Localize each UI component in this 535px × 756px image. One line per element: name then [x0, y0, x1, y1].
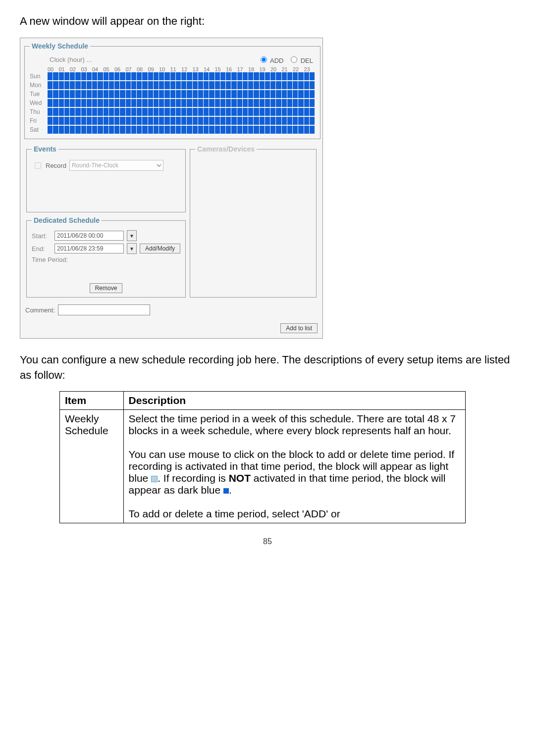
- schedule-block[interactable]: [293, 99, 298, 107]
- schedule-block[interactable]: [92, 117, 97, 125]
- schedule-block[interactable]: [59, 108, 64, 116]
- schedule-block[interactable]: [154, 99, 159, 107]
- schedule-block[interactable]: [154, 126, 159, 134]
- schedule-block[interactable]: [270, 108, 275, 116]
- schedule-block[interactable]: [126, 72, 131, 80]
- schedule-block[interactable]: [48, 99, 53, 107]
- schedule-block[interactable]: [53, 126, 58, 134]
- schedule-block[interactable]: [270, 90, 275, 98]
- schedule-block[interactable]: [304, 81, 309, 89]
- schedule-block[interactable]: [209, 108, 214, 116]
- schedule-block[interactable]: [204, 72, 209, 80]
- schedule-block[interactable]: [176, 108, 181, 116]
- schedule-block[interactable]: [270, 72, 275, 80]
- schedule-block[interactable]: [142, 99, 147, 107]
- schedule-block[interactable]: [48, 81, 53, 89]
- schedule-block[interactable]: [231, 99, 236, 107]
- schedule-block[interactable]: [87, 90, 92, 98]
- schedule-block[interactable]: [87, 72, 92, 80]
- schedule-block[interactable]: [209, 81, 214, 89]
- schedule-block[interactable]: [260, 72, 265, 80]
- schedule-block[interactable]: [126, 90, 131, 98]
- schedule-block[interactable]: [109, 99, 114, 107]
- schedule-block[interactable]: [137, 72, 142, 80]
- schedule-block[interactable]: [109, 117, 114, 125]
- schedule-block[interactable]: [276, 81, 281, 89]
- schedule-block[interactable]: [120, 81, 125, 89]
- schedule-block[interactable]: [248, 72, 253, 80]
- schedule-block[interactable]: [164, 126, 169, 134]
- schedule-block[interactable]: [237, 108, 242, 116]
- comment-input[interactable]: [58, 304, 150, 315]
- schedule-block[interactable]: [187, 72, 192, 80]
- schedule-block[interactable]: [237, 90, 242, 98]
- schedule-block[interactable]: [75, 108, 80, 116]
- schedule-block[interactable]: [226, 99, 231, 107]
- schedule-block[interactable]: [159, 72, 164, 80]
- schedule-block[interactable]: [81, 99, 86, 107]
- schedule-block[interactable]: [159, 99, 164, 107]
- schedule-block[interactable]: [310, 99, 315, 107]
- schedule-block[interactable]: [254, 99, 259, 107]
- schedule-block[interactable]: [220, 90, 225, 98]
- schedule-block[interactable]: [142, 126, 147, 134]
- schedule-block[interactable]: [209, 126, 214, 134]
- schedule-block[interactable]: [114, 126, 119, 134]
- schedule-block[interactable]: [293, 117, 298, 125]
- remove-button[interactable]: Remove: [90, 283, 123, 293]
- schedule-block[interactable]: [193, 99, 198, 107]
- schedule-block[interactable]: [304, 108, 309, 116]
- schedule-block[interactable]: [282, 81, 287, 89]
- schedule-block[interactable]: [254, 72, 259, 80]
- schedule-block[interactable]: [70, 99, 75, 107]
- schedule-block[interactable]: [287, 108, 292, 116]
- schedule-block[interactable]: [265, 99, 270, 107]
- schedule-block[interactable]: [215, 81, 220, 89]
- schedule-block[interactable]: [198, 126, 203, 134]
- schedule-block[interactable]: [304, 90, 309, 98]
- schedule-block[interactable]: [231, 126, 236, 134]
- schedule-block[interactable]: [181, 81, 186, 89]
- schedule-block[interactable]: [270, 126, 275, 134]
- schedule-block[interactable]: [248, 90, 253, 98]
- schedule-block[interactable]: [287, 72, 292, 80]
- schedule-block[interactable]: [310, 108, 315, 116]
- schedule-block[interactable]: [148, 99, 153, 107]
- schedule-block[interactable]: [104, 90, 108, 98]
- schedule-block[interactable]: [92, 99, 97, 107]
- schedule-block[interactable]: [59, 126, 64, 134]
- schedule-block[interactable]: [293, 108, 298, 116]
- schedule-block[interactable]: [92, 126, 97, 134]
- schedule-block[interactable]: [198, 117, 203, 125]
- schedule-block[interactable]: [59, 81, 64, 89]
- schedule-block[interactable]: [48, 108, 53, 116]
- schedule-block[interactable]: [304, 126, 309, 134]
- schedule-block[interactable]: [282, 126, 287, 134]
- schedule-block[interactable]: [81, 126, 86, 134]
- schedule-block[interactable]: [98, 90, 103, 98]
- schedule-block[interactable]: [265, 117, 270, 125]
- schedule-block[interactable]: [131, 126, 136, 134]
- schedule-block[interactable]: [193, 90, 198, 98]
- schedule-block[interactable]: [120, 108, 125, 116]
- schedule-block[interactable]: [176, 72, 181, 80]
- schedule-block[interactable]: [48, 117, 53, 125]
- schedule-block[interactable]: [248, 126, 253, 134]
- schedule-block[interactable]: [48, 72, 53, 80]
- schedule-block[interactable]: [87, 126, 92, 134]
- schedule-block[interactable]: [254, 90, 259, 98]
- schedule-block[interactable]: [270, 99, 275, 107]
- schedule-block[interactable]: [176, 126, 181, 134]
- schedule-block[interactable]: [287, 117, 292, 125]
- schedule-block[interactable]: [243, 81, 248, 89]
- schedule-block[interactable]: [170, 81, 175, 89]
- schedule-block[interactable]: [193, 72, 198, 80]
- del-radio[interactable]: DEL: [288, 57, 313, 64]
- schedule-block[interactable]: [304, 117, 309, 125]
- schedule-block[interactable]: [243, 117, 248, 125]
- schedule-block[interactable]: [260, 126, 265, 134]
- schedule-block[interactable]: [137, 90, 142, 98]
- schedule-block[interactable]: [215, 90, 220, 98]
- add-modify-button[interactable]: Add/Modify: [140, 244, 180, 253]
- schedule-block[interactable]: [193, 108, 198, 116]
